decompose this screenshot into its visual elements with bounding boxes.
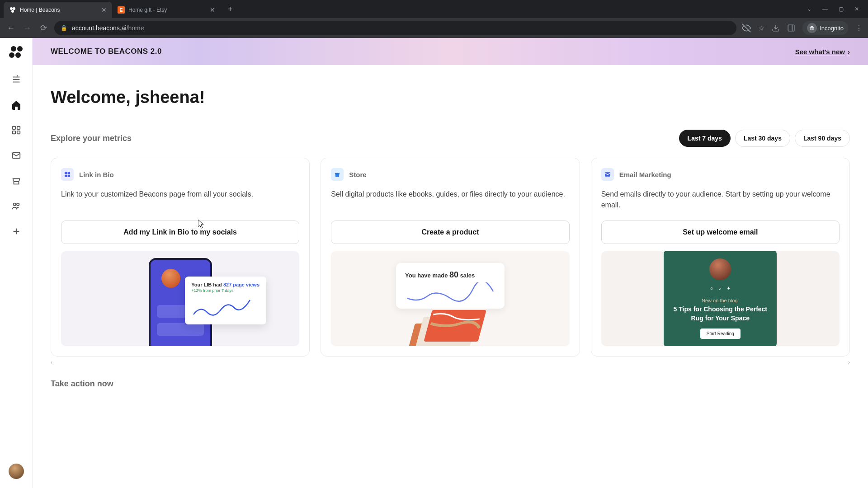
url-text: account.beacons.ai/home [72, 24, 144, 32]
setup-welcome-email-button[interactable]: Set up welcome email [601, 221, 840, 244]
time-range-pills: Last 7 days Last 30 days Last 90 days [679, 130, 850, 147]
pill-last-30-days[interactable]: Last 30 days [735, 130, 790, 147]
lib-popup-sub: +12% from prior 7 days [191, 288, 260, 293]
banner-title: WELCOME TO BEACONS 2.0 [51, 47, 162, 56]
card-description: Link to your customized Beacons page fro… [61, 189, 299, 211]
favicon-beacons [9, 6, 16, 14]
see-whats-new-link[interactable]: See what's new › [795, 48, 850, 56]
scroll-left-icon[interactable]: ‹ [51, 359, 52, 366]
tiktok-icon: ♪ [718, 286, 721, 291]
store-icon [331, 168, 344, 181]
email-preview-avatar [709, 258, 731, 280]
pill-last-90-days[interactable]: Last 90 days [795, 130, 850, 147]
download-icon[interactable] [772, 24, 780, 32]
chevron-right-icon: › [848, 48, 850, 56]
svg-text:E: E [119, 7, 123, 13]
tab-title: Home | Beacons [20, 7, 98, 13]
welcome-banner: WELCOME TO BEACONS 2.0 See what's new › [33, 38, 868, 65]
add-link-in-bio-button[interactable]: Add my Link in Bio to my socials [61, 221, 299, 244]
sidebar-user-avatar[interactable] [9, 464, 24, 479]
bookmark-icon[interactable]: ☆ [758, 24, 764, 33]
menu-icon[interactable]: ⋮ [855, 24, 863, 33]
svg-rect-21 [65, 172, 67, 174]
twitter-icon: ✦ [726, 286, 731, 291]
sidebar [0, 38, 33, 488]
card-title: Email Marketing [619, 171, 671, 178]
incognito-badge[interactable]: Incognito [802, 21, 848, 35]
email-preview-cta: Start Reading [700, 328, 741, 339]
books-illustration [405, 301, 495, 346]
pill-last-7-days[interactable]: Last 7 days [679, 130, 731, 147]
svg-point-1 [13, 7, 15, 10]
svg-rect-25 [335, 175, 339, 177]
sidebar-home[interactable] [10, 99, 23, 111]
panel-icon[interactable] [787, 24, 795, 32]
svg-rect-13 [17, 127, 19, 129]
minimize-icon[interactable]: — [822, 6, 828, 12]
sparkline-chart [191, 296, 255, 319]
eye-off-icon[interactable] [742, 23, 751, 33]
card-link-in-bio: Link in Bio Link to your customized Beac… [51, 158, 310, 357]
create-product-button[interactable]: Create a product [331, 221, 569, 244]
svg-rect-24 [68, 175, 70, 177]
card-email-marketing: Email Marketing Send emails directly to … [591, 158, 850, 357]
sidebar-email[interactable] [10, 149, 23, 162]
store-popup-text: You have made 80 sales [405, 270, 495, 280]
next-section-heading: Take action now [51, 379, 850, 389]
email-preview: ○ ♪ ✦ New on the blog: 5 Tips for Choosi… [601, 251, 840, 346]
sidebar-collapse-toggle[interactable] [10, 73, 23, 86]
link-in-bio-preview: Your LIB had 827 page views +12% from pr… [61, 251, 299, 346]
beacons-logo[interactable] [9, 46, 24, 61]
tab-close-icon[interactable]: ✕ [101, 6, 107, 14]
card-description: Sell digital products like ebooks, guide… [331, 189, 569, 211]
close-window-icon[interactable]: ✕ [854, 6, 859, 12]
incognito-icon [807, 23, 817, 33]
favicon-etsy: E [118, 6, 125, 14]
browser-tab-etsy[interactable]: E Home gift - Etsy ✕ [112, 2, 221, 18]
reload-button[interactable]: ⟳ [38, 23, 49, 33]
nav-bar: ← → ⟳ 🔒 account.beacons.ai/home ☆ [0, 18, 868, 38]
email-preview-title: 5 Tips for Choosing the Perfect Rug for … [672, 305, 769, 323]
welcome-heading: Welcome, jsheena! [51, 88, 850, 107]
sidebar-apps[interactable] [10, 124, 23, 136]
tab-close-icon[interactable]: ✕ [210, 6, 215, 14]
sidebar-add[interactable] [10, 225, 23, 238]
instagram-icon: ○ [710, 286, 713, 291]
svg-point-0 [10, 7, 13, 10]
svg-point-18 [16, 203, 19, 206]
browser-tab-beacons[interactable]: Home | Beacons ✕ [4, 2, 112, 18]
email-icon [601, 168, 614, 181]
card-title: Store [349, 171, 366, 178]
tab-bar: Home | Beacons ✕ E Home gift - Etsy ✕ + … [0, 0, 868, 18]
card-title: Link in Bio [79, 171, 114, 178]
tab-title: Home gift - Etsy [128, 7, 206, 13]
email-preview-label: New on the blog: [672, 298, 769, 303]
svg-rect-22 [68, 172, 70, 174]
svg-rect-14 [12, 131, 15, 134]
card-store: Store Sell digital products like ebooks,… [321, 158, 580, 357]
new-tab-button[interactable]: + [224, 3, 236, 16]
email-social-icons: ○ ♪ ✦ [672, 286, 769, 291]
link-in-bio-icon [61, 168, 74, 181]
svg-rect-23 [65, 175, 67, 177]
lib-popup-text: Your LIB had 827 page views [191, 282, 260, 287]
forward-button[interactable]: → [22, 23, 33, 33]
window-controls: ⌄ — ▢ ✕ [807, 6, 864, 12]
sidebar-audience[interactable] [10, 200, 23, 212]
sidebar-store[interactable] [10, 174, 23, 187]
chevron-down-icon[interactable]: ⌄ [807, 6, 811, 12]
svg-rect-12 [12, 127, 15, 129]
address-bar[interactable]: 🔒 account.beacons.ai/home [54, 21, 736, 35]
svg-rect-7 [788, 25, 794, 31]
store-preview: You have made 80 sales [331, 251, 569, 346]
lock-icon: 🔒 [61, 25, 67, 31]
svg-rect-15 [17, 131, 19, 134]
scroll-right-icon[interactable]: › [848, 359, 850, 366]
card-description: Send emails directly to your audience. S… [601, 189, 840, 211]
svg-point-2 [11, 10, 14, 13]
back-button[interactable]: ← [5, 23, 16, 33]
svg-point-17 [13, 203, 15, 206]
metrics-title: Explore your metrics [51, 134, 132, 143]
maximize-icon[interactable]: ▢ [839, 6, 844, 12]
